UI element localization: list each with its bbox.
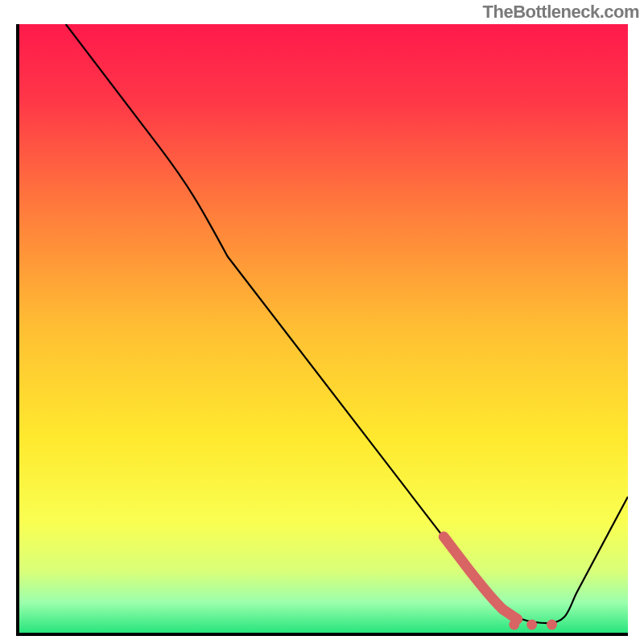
chart-svg: [19, 24, 628, 633]
gradient-background: [19, 24, 628, 633]
highlight-dot: [526, 620, 537, 630]
chart-plot-area: [16, 24, 628, 636]
highlight-dot: [509, 620, 519, 630]
watermark-text: TheBottleneck.com: [483, 2, 639, 23]
highlight-dot: [547, 620, 557, 630]
